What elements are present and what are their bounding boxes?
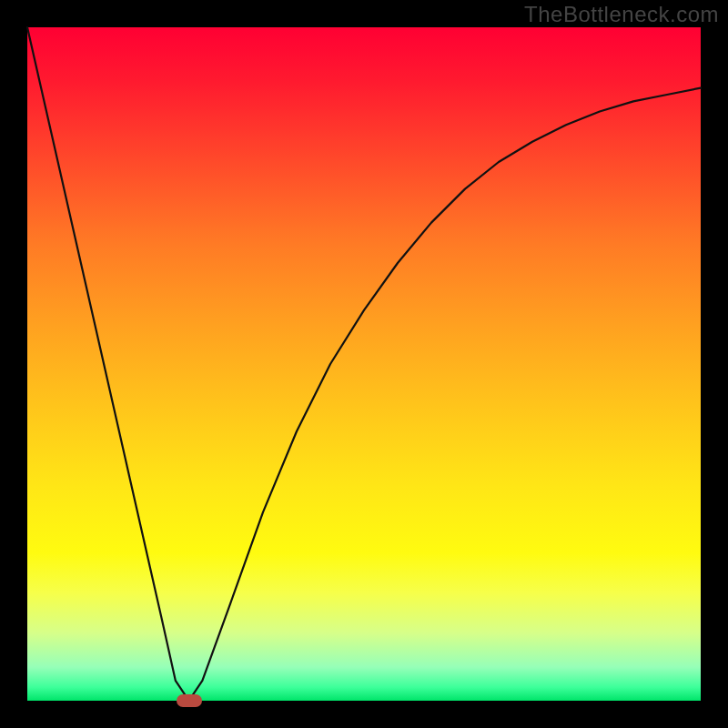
- bottleneck-curve-path: [27, 27, 701, 701]
- curve-svg: [27, 27, 701, 701]
- watermark-text: TheBottleneck.com: [524, 2, 719, 27]
- plot-area: [27, 27, 701, 701]
- chart-frame: TheBottleneck.com: [0, 0, 728, 728]
- notch-marker: [177, 694, 202, 707]
